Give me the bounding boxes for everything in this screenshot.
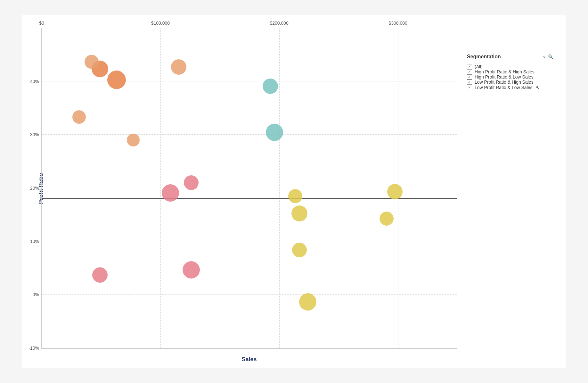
legend-icons: ▿ 🔍	[543, 54, 553, 59]
legend-item[interactable]: ✓Low Profit Ratio & Low Sales↖	[467, 85, 553, 91]
legend-label: High Profit Ratio & High Sales	[475, 69, 535, 74]
data-bubble[interactable]	[162, 184, 179, 202]
reference-line-vertical	[220, 28, 220, 348]
legend-checkbox[interactable]: ✓	[467, 69, 472, 74]
x-axis-label: $100,000	[151, 21, 170, 26]
legend-panel: Segmentation ▿ 🔍 ✓(All)✓High Profit Rati…	[457, 47, 560, 349]
legend-label: Low Profit Ratio & Low Sales	[475, 85, 533, 90]
grid-line-horizontal	[42, 348, 457, 348]
legend-label: High Profit Ratio & Low Sales	[475, 74, 534, 79]
data-bubble[interactable]	[171, 59, 186, 75]
data-bubble[interactable]	[263, 79, 278, 94]
data-bubble[interactable]	[387, 184, 403, 199]
legend-checkbox[interactable]: ✓	[467, 79, 472, 85]
filter-icon[interactable]: ▿	[543, 54, 545, 59]
data-bubble[interactable]	[107, 71, 126, 89]
data-bubble[interactable]	[72, 110, 86, 124]
legend-label: Low Profit Ratio & High Sales	[475, 79, 534, 85]
y-axis-label: 10%	[30, 239, 39, 244]
chart-container: Profit Ratio -10%0%10%20%30%40%$0$100,00…	[22, 15, 566, 368]
legend-checkbox[interactable]: ✓	[467, 64, 472, 69]
x-axis-label: $300,000	[388, 21, 407, 26]
legend-item[interactable]: ✓High Profit Ratio & Low Sales	[467, 74, 553, 79]
data-bubble[interactable]	[184, 175, 199, 190]
x-axis-label: $0	[39, 21, 44, 26]
legend-items: ✓(All)✓High Profit Ratio & High Sales✓Hi…	[467, 64, 553, 91]
y-axis-label: 30%	[30, 132, 39, 137]
legend-title: Segmentation ▿ 🔍	[467, 54, 553, 60]
y-axis-label: 20%	[30, 186, 39, 191]
search-icon[interactable]: 🔍	[548, 54, 553, 59]
grid-line-horizontal	[42, 294, 457, 295]
data-bubble[interactable]	[183, 261, 200, 279]
data-bubble[interactable]	[292, 243, 307, 257]
legend-item[interactable]: ✓Low Profit Ratio & High Sales	[467, 79, 553, 85]
data-bubble[interactable]	[127, 134, 140, 146]
grid-line-vertical	[42, 28, 42, 348]
grid-line-vertical	[279, 28, 280, 348]
cursor-indicator: ↖	[536, 85, 540, 91]
y-axis-label: -10%	[29, 346, 39, 351]
data-bubble[interactable]	[380, 212, 394, 226]
data-bubble[interactable]	[266, 124, 283, 141]
data-bubble[interactable]	[92, 267, 108, 283]
grid-line-horizontal	[42, 241, 457, 241]
grid-line-horizontal	[42, 134, 457, 135]
x-axis-label: $200,000	[270, 21, 289, 26]
plot-area: -10%0%10%20%30%40%$0$100,000$200,000$300…	[41, 28, 457, 349]
y-axis-label: 40%	[30, 79, 39, 84]
grid-line-vertical	[160, 28, 161, 348]
data-bubble[interactable]	[299, 293, 316, 311]
x-axis-title: Sales	[241, 356, 257, 363]
legend-label: (All)	[475, 64, 483, 69]
chart-area: Profit Ratio -10%0%10%20%30%40%$0$100,00…	[41, 28, 457, 349]
y-axis-label: 0%	[33, 292, 39, 297]
data-bubble[interactable]	[291, 205, 307, 221]
legend-item[interactable]: ✓(All)	[467, 64, 553, 69]
legend-item[interactable]: ✓High Profit Ratio & High Sales	[467, 69, 553, 74]
legend-checkbox[interactable]: ✓	[467, 85, 472, 90]
data-bubble[interactable]	[288, 189, 302, 203]
legend-checkbox[interactable]: ✓	[467, 74, 472, 79]
grid-line-horizontal	[42, 81, 457, 81]
data-bubble[interactable]	[85, 55, 99, 69]
